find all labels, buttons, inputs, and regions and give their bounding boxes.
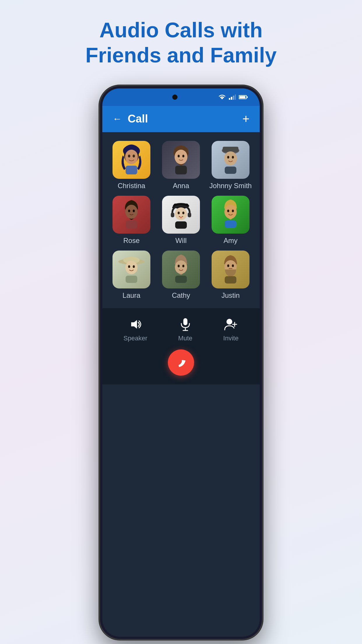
avatar-rose <box>113 196 150 234</box>
person-svg-laura <box>113 251 150 288</box>
svg-rect-3 <box>233 96 234 100</box>
svg-point-53 <box>232 264 234 267</box>
svg-rect-7 <box>239 96 245 98</box>
contact-item-anna[interactable]: Anna <box>158 141 204 190</box>
contact-item-cathy[interactable]: Cathy <box>158 251 204 300</box>
status-bar <box>102 88 260 106</box>
svg-point-9 <box>125 150 138 164</box>
svg-rect-40 <box>225 220 236 228</box>
contact-item-laura[interactable]: Laura <box>108 251 155 300</box>
svg-rect-4 <box>235 94 236 100</box>
contact-name-amy: Amy <box>224 237 238 245</box>
person-svg-christina <box>113 141 150 179</box>
svg-point-45 <box>133 265 135 268</box>
control-invite[interactable]: Invite <box>223 317 239 342</box>
phone-frame: ← Call + <box>99 85 263 640</box>
avatar-cathy <box>162 251 200 288</box>
contact-name-will: Will <box>175 237 187 245</box>
speaker-label: Speaker <box>124 335 147 342</box>
controls-row: Speaker Mute <box>108 317 254 342</box>
svg-rect-56 <box>183 318 187 325</box>
camera-notch <box>172 94 178 100</box>
svg-rect-16 <box>175 166 187 174</box>
person-svg-rose <box>113 196 150 234</box>
avatar-laura <box>113 251 150 288</box>
phone-mockup: ← Call + <box>99 85 263 640</box>
person-svg-anna <box>162 141 200 179</box>
contact-item-christina[interactable]: Christina <box>108 141 155 190</box>
person-svg-cathy <box>162 251 200 288</box>
back-button[interactable]: ← <box>113 113 122 124</box>
mute-label: Mute <box>178 335 192 342</box>
contact-name-anna: Anna <box>173 182 189 190</box>
speaker-icon <box>128 317 143 332</box>
avatar-johnny <box>212 141 249 179</box>
svg-point-39 <box>232 209 234 212</box>
svg-rect-46 <box>126 276 137 283</box>
svg-marker-0 <box>220 97 224 99</box>
svg-rect-26 <box>126 220 137 229</box>
signal-icon <box>229 94 236 100</box>
app-header: ← Call + <box>102 106 260 132</box>
svg-rect-2 <box>231 97 232 100</box>
person-svg-amy <box>212 196 249 234</box>
svg-point-34 <box>182 211 184 214</box>
svg-point-44 <box>128 265 130 268</box>
contact-item-rose[interactable]: Rose <box>108 196 155 245</box>
invite-label: Invite <box>223 335 239 342</box>
svg-point-24 <box>128 209 130 212</box>
avatar-christina <box>113 141 150 179</box>
header-left: ← Call <box>113 113 148 125</box>
contact-name-rose: Rose <box>123 237 140 245</box>
svg-point-43 <box>125 261 138 274</box>
svg-point-33 <box>178 211 180 214</box>
wifi-icon <box>218 94 226 100</box>
avatar-justin <box>212 251 249 288</box>
svg-point-47 <box>175 260 187 274</box>
mute-icon <box>178 317 193 332</box>
control-speaker[interactable]: Speaker <box>124 317 147 342</box>
page-title: Audio Calls with Friends and Family <box>64 18 298 68</box>
control-mute[interactable]: Mute <box>178 317 193 342</box>
bottom-controls: Speaker Mute <box>102 308 260 384</box>
contact-item-justin[interactable]: Justin <box>207 251 254 300</box>
svg-rect-31 <box>188 213 191 217</box>
header-title: Call <box>128 113 148 125</box>
svg-point-37 <box>224 205 237 219</box>
add-button[interactable]: + <box>242 113 249 125</box>
contact-item-johnny[interactable]: Johnny Smith <box>207 141 254 190</box>
svg-point-19 <box>224 151 237 165</box>
contact-item-will[interactable]: Will <box>158 196 204 245</box>
svg-point-13 <box>175 150 187 164</box>
svg-rect-30 <box>171 213 174 217</box>
end-call-icon <box>175 356 187 369</box>
avatar-anna <box>162 141 200 179</box>
svg-point-14 <box>178 155 180 157</box>
svg-rect-1 <box>229 98 230 100</box>
svg-point-49 <box>182 265 184 267</box>
svg-point-38 <box>227 209 229 212</box>
contact-name-justin: Justin <box>222 291 240 300</box>
contact-item-amy[interactable]: Amy <box>207 196 254 245</box>
svg-point-23 <box>125 205 138 219</box>
end-call-button[interactable] <box>168 349 194 376</box>
person-svg-will <box>162 196 200 234</box>
invite-svg <box>224 318 238 331</box>
svg-rect-12 <box>126 166 137 174</box>
svg-point-59 <box>226 319 232 325</box>
svg-point-48 <box>178 265 180 267</box>
contacts-area: Christina <box>102 132 260 308</box>
svg-marker-55 <box>131 320 137 329</box>
svg-point-35 <box>180 217 182 218</box>
invite-icon <box>224 317 238 332</box>
avatar-will <box>162 196 200 234</box>
svg-point-52 <box>227 264 229 267</box>
svg-rect-54 <box>225 276 236 284</box>
svg-point-20 <box>227 156 229 158</box>
person-svg-justin <box>212 251 249 288</box>
contact-name-laura: Laura <box>122 291 140 300</box>
end-call-row <box>108 349 254 379</box>
avatar-amy <box>212 196 249 234</box>
svg-point-11 <box>133 155 135 158</box>
person-svg-johnny <box>212 141 249 179</box>
